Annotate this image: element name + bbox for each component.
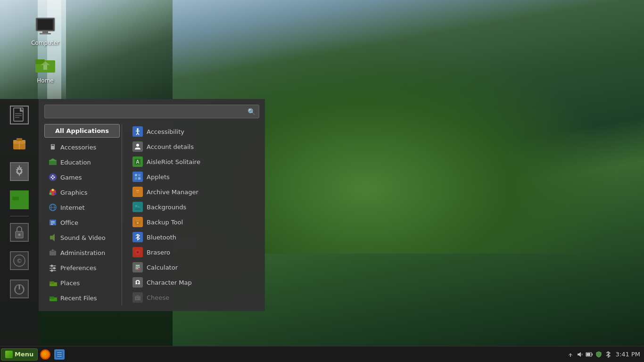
app-calculator[interactable]: Calculator	[129, 260, 259, 275]
search-input[interactable]	[44, 105, 259, 118]
cat-recent-files[interactable]: Recent Files	[44, 290, 120, 305]
cat-all-applications[interactable]: All Applications	[44, 124, 120, 138]
svg-text:A: A	[136, 159, 140, 165]
internet-cat-icon	[48, 203, 58, 212]
bluetooth-tray-icon[interactable]	[604, 351, 612, 358]
accessories-cat-icon: 🖩	[48, 142, 58, 152]
sidebar-item-files[interactable]	[6, 187, 33, 213]
administration-cat-icon	[48, 248, 58, 257]
graphics-cat-icon	[48, 188, 58, 197]
svg-text:©: ©	[17, 258, 22, 264]
taskbar-firefox[interactable]	[40, 349, 51, 360]
cat-games[interactable]: Games	[44, 170, 120, 185]
svg-rect-91	[135, 296, 140, 300]
cat-accessories[interactable]: 🖩 Accessories	[44, 140, 120, 155]
sidebar-divider-1	[10, 216, 29, 216]
sidebar-item-power[interactable]	[6, 276, 33, 302]
search-icon[interactable]: 🔍	[248, 108, 256, 115]
cat-places[interactable]: Places	[44, 275, 120, 290]
svg-point-75	[135, 205, 137, 207]
svg-rect-96	[57, 352, 62, 353]
games-cat-icon	[48, 173, 58, 182]
sidebar-item-new-doc[interactable]	[6, 102, 33, 128]
home-folder-icon	[34, 53, 57, 75]
svg-point-57	[137, 128, 139, 130]
cat-office[interactable]: Office	[44, 215, 120, 230]
svg-rect-89	[137, 268, 138, 269]
app-account-details[interactable]: Account details	[129, 139, 259, 154]
svg-rect-71	[136, 191, 139, 192]
app-accessibility[interactable]: Accessibility	[129, 124, 259, 139]
svg-point-35	[50, 193, 52, 195]
svg-marker-43	[50, 234, 55, 241]
sidebar-item-package[interactable]	[6, 130, 33, 156]
svg-point-52	[51, 270, 53, 272]
sidebar: ©	[0, 99, 39, 346]
control-icon: ©	[10, 251, 29, 270]
svg-rect-70	[136, 190, 139, 191]
search-bar: 🔍	[44, 105, 259, 118]
battery-icon[interactable]	[586, 351, 593, 358]
svg-marker-26	[49, 158, 57, 161]
sidebar-item-lock[interactable]	[6, 219, 33, 246]
menu-button[interactable]: Menu	[1, 348, 38, 361]
app-brasero[interactable]: Brasero	[129, 245, 259, 260]
svg-point-30	[52, 175, 54, 177]
new-doc-icon	[10, 106, 29, 124]
menu-button-label: Menu	[15, 351, 33, 358]
settings-icon	[10, 162, 29, 181]
svg-rect-65	[135, 174, 137, 176]
svg-rect-68	[138, 177, 140, 180]
svg-line-61	[138, 133, 139, 135]
app-archive-manager[interactable]: Archive Manager	[129, 184, 259, 199]
svg-rect-7	[43, 65, 47, 70]
network-icon[interactable]	[567, 351, 574, 358]
character-map-icon: Ω	[132, 277, 143, 288]
app-character-map[interactable]: Ω Character Map	[129, 275, 259, 290]
home-icon-label: Home	[37, 77, 53, 84]
taskbar: Menu 3:41 PM	[0, 346, 644, 362]
accessibility-icon	[132, 126, 143, 137]
app-backup-tool[interactable]: Backup Tool	[129, 214, 259, 230]
svg-point-20	[18, 234, 21, 236]
svg-rect-66	[138, 174, 140, 176]
account-details-icon	[132, 141, 143, 152]
files-icon	[10, 190, 29, 209]
svg-point-50	[53, 267, 56, 270]
package-icon	[10, 134, 29, 153]
desktop-icon-home[interactable]: Home	[26, 51, 64, 86]
cat-preferences[interactable]: Preferences	[44, 260, 120, 275]
shield-icon[interactable]	[595, 351, 603, 358]
computer-icon	[34, 15, 57, 38]
computer-icon-label: Computer	[31, 40, 59, 46]
svg-rect-18	[12, 197, 19, 200]
cat-internet[interactable]: Internet	[44, 200, 120, 215]
svg-marker-102	[578, 352, 581, 357]
svg-point-34	[54, 193, 57, 195]
svg-rect-104	[586, 353, 590, 356]
app-bluetooth[interactable]: Bluetooth	[129, 230, 259, 245]
svg-rect-85	[136, 267, 137, 268]
app-backgrounds[interactable]: Backgrounds	[129, 199, 259, 214]
svg-point-94	[139, 297, 140, 298]
taskbar-manager[interactable]	[54, 349, 65, 360]
svg-rect-105	[592, 354, 593, 355]
app-aisleriot[interactable]: A AisleRiot Solitaire	[129, 154, 259, 169]
sidebar-item-settings[interactable]	[6, 158, 33, 185]
cat-graphics[interactable]: Graphics	[44, 185, 120, 200]
desktop-icon-computer[interactable]: Computer	[26, 13, 64, 48]
volume-icon[interactable]	[576, 351, 584, 358]
svg-point-82	[137, 252, 138, 253]
cat-sound-video[interactable]: Sound & Video	[44, 230, 120, 245]
sidebar-item-control[interactable]: ©	[6, 247, 33, 274]
applets-icon	[132, 172, 143, 182]
backgrounds-icon	[132, 202, 143, 212]
svg-point-29	[54, 177, 55, 178]
bluetooth-icon	[132, 232, 143, 242]
clock: 3:41 PM	[616, 351, 640, 358]
app-applets[interactable]: Applets	[129, 169, 259, 184]
cat-administration[interactable]: Administration	[44, 245, 120, 260]
svg-point-93	[136, 298, 138, 299]
svg-point-33	[52, 189, 54, 191]
cat-education[interactable]: Education	[44, 155, 120, 170]
